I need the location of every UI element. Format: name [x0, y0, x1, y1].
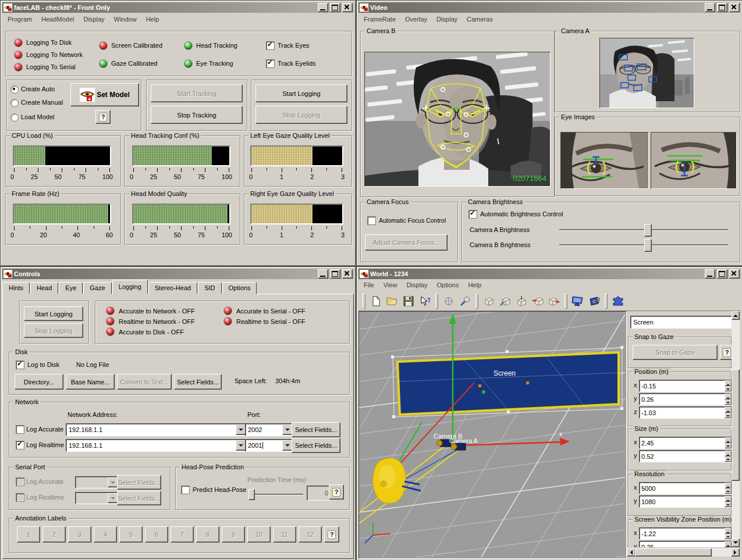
model-help-button[interactable]: ?: [95, 110, 111, 124]
create-auto-radio[interactable]: [10, 85, 19, 94]
cube-down-icon[interactable]: [514, 294, 529, 309]
slider-handle[interactable]: [248, 489, 255, 500]
toolbar-grip[interactable]: [363, 294, 365, 309]
tab-stereo-head[interactable]: Stereo-Head: [148, 282, 197, 294]
accurate-port-combo[interactable]: 2002: [245, 423, 294, 436]
menu-window[interactable]: Window: [109, 16, 141, 23]
close-button[interactable]: [729, 3, 740, 12]
stop-tracking-button[interactable]: Stop Tracking: [151, 106, 243, 124]
maximize-button[interactable]: [717, 3, 727, 12]
resolution-x-field[interactable]: 5000: [639, 482, 732, 494]
resolution-y-field[interactable]: 1080: [639, 495, 732, 508]
slider-handle[interactable]: [644, 224, 652, 237]
select-fields-realtime-button[interactable]: Select Fields...: [292, 438, 340, 453]
menu-headmodel[interactable]: HeadModel: [37, 16, 79, 23]
annotation-help-button[interactable]: ?: [324, 526, 339, 543]
annotation-button-5[interactable]: 5: [119, 526, 143, 543]
position-z-field[interactable]: -1.03: [639, 406, 732, 419]
panel-vertical-scrollbar[interactable]: [732, 311, 740, 547]
position-x-field[interactable]: -0.15: [639, 380, 732, 392]
annotation-button-8[interactable]: 8: [196, 526, 219, 543]
open-folder-icon[interactable]: [385, 294, 400, 309]
scrollbar-thumb[interactable]: [732, 369, 740, 481]
serial-accurate-combo[interactable]: [75, 476, 119, 488]
annotation-button-10[interactable]: 10: [247, 526, 271, 543]
close-button[interactable]: [342, 269, 353, 279]
load-model-radio[interactable]: [10, 113, 19, 122]
annotation-button-6[interactable]: 6: [145, 526, 168, 543]
track-eyes-checkbox[interactable]: [266, 41, 275, 50]
cube-move-icon[interactable]: [498, 294, 513, 309]
scroll-down-button[interactable]: [732, 538, 740, 547]
select-fields-serial-realtime-button[interactable]: Select Fields...: [117, 491, 161, 505]
spinner[interactable]: [725, 541, 732, 547]
menu-cameras[interactable]: Cameras: [462, 16, 498, 23]
close-button[interactable]: [729, 269, 740, 279]
controls-titlebar[interactable]: Controls: [2, 269, 354, 279]
camera-a-brightness-slider[interactable]: [559, 229, 728, 230]
tab-gaze[interactable]: Gaze: [83, 282, 111, 294]
cube-right-icon[interactable]: [546, 294, 562, 309]
serial-realtime-combo[interactable]: [75, 492, 119, 504]
annotation-button-7[interactable]: 7: [171, 526, 194, 543]
tab-logging[interactable]: Logging: [112, 280, 148, 294]
tab-head[interactable]: Head: [30, 282, 58, 294]
new-file-icon[interactable]: [368, 294, 384, 309]
stop-logging-button[interactable]: Stop Logging: [255, 106, 347, 124]
tab-eye[interactable]: Eye: [59, 282, 83, 294]
spinner[interactable]: [725, 496, 732, 507]
start-logging-button[interactable]: Start Logging: [24, 306, 83, 321]
select-fields-disk-button[interactable]: Select Fields...: [174, 374, 222, 390]
cube-left-icon[interactable]: [530, 294, 545, 309]
toolbar-grip[interactable]: [435, 294, 438, 309]
spinner[interactable]: [725, 451, 732, 462]
realtime-port-combo[interactable]: 2001: [245, 439, 294, 452]
scroll-up-button[interactable]: [732, 311, 740, 320]
world-3d-viewport[interactable]: Screen x Camera B: [358, 311, 627, 559]
annotation-button-3[interactable]: 3: [68, 526, 91, 543]
camera-b-brightness-slider[interactable]: [559, 244, 728, 245]
set-model-button[interactable]: 4 Set Model: [70, 83, 139, 106]
monitor-icon[interactable]: [570, 294, 585, 309]
annotation-button-9[interactable]: 9: [222, 526, 245, 543]
tab-options[interactable]: Options: [222, 282, 257, 294]
select-sphere-icon[interactable]: [441, 294, 456, 309]
puzzle-icon[interactable]: [610, 294, 626, 309]
directory-button[interactable]: Directory...: [15, 374, 63, 390]
start-logging-button[interactable]: Start Logging: [255, 84, 347, 102]
minimize-button[interactable]: [318, 3, 328, 12]
auto-focus-checkbox[interactable]: [367, 216, 376, 225]
toolbar-grip[interactable]: [475, 294, 478, 309]
annotation-button-1[interactable]: 1: [17, 526, 40, 543]
toolbar-grip[interactable]: [565, 294, 567, 309]
spinner[interactable]: [725, 437, 732, 448]
menu-display[interactable]: Display: [79, 16, 109, 23]
facelab-titlebar[interactable]: faceLAB - checkf8* - Front Only: [2, 2, 354, 13]
toolbar-grip[interactable]: [605, 294, 608, 309]
scroll-left-button[interactable]: [627, 548, 636, 557]
annotation-button-11[interactable]: 11: [273, 526, 296, 543]
log-accurate-serial-checkbox[interactable]: [16, 477, 24, 486]
world-titlebar[interactable]: World - 1234: [358, 269, 741, 279]
maximize-button[interactable]: [330, 3, 340, 12]
menu-help[interactable]: Help: [141, 16, 164, 23]
tab-sid[interactable]: SID: [198, 282, 221, 294]
menu-program[interactable]: Program: [3, 16, 37, 23]
prediction-time-slider[interactable]: [248, 494, 303, 495]
menu-options[interactable]: Options: [432, 281, 463, 288]
stop-logging-button[interactable]: Stop Logging: [24, 323, 83, 338]
save-icon[interactable]: [401, 294, 416, 309]
maximize-button[interactable]: [330, 269, 340, 279]
start-tracking-button[interactable]: Start Tracking: [151, 84, 243, 102]
spinner[interactable]: [725, 528, 732, 539]
context-help-icon[interactable]: ?: [417, 294, 432, 309]
menu-help[interactable]: Help: [463, 281, 486, 288]
spinner[interactable]: [725, 407, 732, 418]
panel-horizontal-scrollbar[interactable]: [627, 548, 740, 557]
head-pose-help-button[interactable]: ?: [329, 484, 344, 500]
pick-wand-icon[interactable]: [457, 294, 473, 309]
video-titlebar[interactable]: Video: [358, 2, 741, 13]
annotation-button-2[interactable]: 2: [42, 526, 66, 543]
minimize-button[interactable]: [705, 3, 715, 12]
spinner[interactable]: [725, 380, 732, 391]
